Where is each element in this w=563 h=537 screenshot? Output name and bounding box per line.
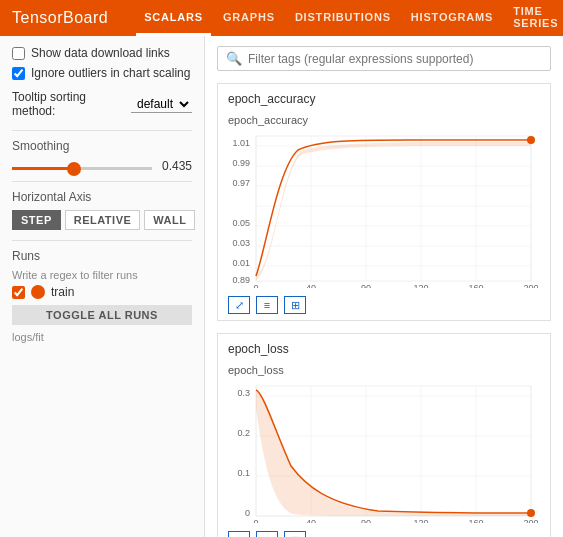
axis-wall-button[interactable]: WALL (144, 210, 195, 230)
svg-text:200: 200 (523, 518, 538, 523)
data-links-section: Show data download links Ignore outliers… (12, 46, 192, 80)
divider-2 (12, 181, 192, 182)
svg-text:0.05: 0.05 (232, 218, 250, 228)
svg-text:90: 90 (361, 518, 371, 523)
accuracy-expand-button[interactable]: ⤢ (228, 296, 250, 314)
smoothing-slider-wrapper (12, 159, 152, 173)
toggle-all-runs-button[interactable]: TOGGLE ALL RUNS (12, 305, 192, 325)
tooltip-row: Tooltip sorting method: default (12, 90, 192, 118)
nav-time-series[interactable]: TIME SERIES (505, 0, 563, 36)
divider-3 (12, 240, 192, 241)
svg-text:1.01: 1.01 (232, 138, 250, 148)
content-area: 🔍 epoch_accuracy epoch_accuracy 1.01 (205, 36, 563, 537)
svg-text:0.03: 0.03 (232, 238, 250, 248)
logs-label: logs/fit (12, 331, 192, 343)
accuracy-chart-actions: ⤢ ≡ ⊞ (218, 292, 550, 320)
axis-relative-button[interactable]: RELATIVE (65, 210, 141, 230)
tooltip-select[interactable]: default (131, 96, 192, 113)
loss-download-button[interactable]: ⊞ (284, 531, 306, 537)
ignore-outliers-row[interactable]: Ignore outliers in chart scaling (12, 66, 192, 80)
runs-label: Runs (12, 249, 192, 263)
svg-text:0.3: 0.3 (237, 388, 250, 398)
loss-chart-svg: 0.3 0.2 0.1 0 (228, 378, 538, 523)
run-train-label: train (51, 285, 74, 299)
svg-text:200: 200 (523, 283, 538, 288)
chart-epoch-accuracy: epoch_accuracy epoch_accuracy 1.01 0.99 … (217, 83, 551, 321)
svg-point-49 (527, 509, 535, 517)
svg-text:160: 160 (468, 518, 483, 523)
smoothing-value: 0.435 (160, 159, 192, 173)
search-icon: 🔍 (226, 51, 242, 66)
show-data-links-label: Show data download links (31, 46, 170, 60)
run-train-item: train (12, 285, 192, 299)
tooltip-label: Tooltip sorting method: (12, 90, 125, 118)
chart-accuracy-title: epoch_accuracy (218, 84, 550, 110)
loss-chart-actions: ⤢ ≡ ⊞ (218, 527, 550, 537)
loss-list-button[interactable]: ≡ (256, 531, 278, 537)
chart-accuracy-inner-title: epoch_accuracy (228, 114, 540, 126)
svg-text:0.97: 0.97 (232, 178, 250, 188)
axis-buttons-group: STEP RELATIVE WALL (12, 210, 192, 230)
accuracy-list-button[interactable]: ≡ (256, 296, 278, 314)
chart-loss-title: epoch_loss (218, 334, 550, 360)
sidebar: Show data download links Ignore outliers… (0, 36, 205, 537)
runs-filter-label: Write a regex to filter runs (12, 269, 192, 281)
svg-text:0.89: 0.89 (232, 275, 250, 285)
runs-section: Runs Write a regex to filter runs train … (12, 249, 192, 343)
accuracy-chart-svg: 1.01 0.99 0.97 0.05 0.03 0.01 0.89 (228, 128, 538, 288)
ignore-outliers-checkbox[interactable] (12, 67, 25, 80)
nav-scalars[interactable]: SCALARS (136, 0, 211, 36)
chart-accuracy-area: epoch_accuracy 1.01 0.99 0.97 0.05 0.03 (218, 110, 550, 292)
chart-loss-inner-title: epoch_loss (228, 364, 540, 376)
logo: TensorBoard (12, 9, 108, 27)
svg-text:0: 0 (253, 283, 258, 288)
filter-bar: 🔍 (217, 46, 551, 71)
nav-histograms[interactable]: HISTOGRAMS (403, 0, 501, 36)
show-data-links-row[interactable]: Show data download links (12, 46, 192, 60)
chart-epoch-loss: epoch_loss epoch_loss 0.3 0.2 0.1 0 (217, 333, 551, 537)
svg-text:40: 40 (306, 283, 316, 288)
axis-step-button[interactable]: STEP (12, 210, 61, 230)
svg-text:120: 120 (413, 518, 428, 523)
chart-loss-area: epoch_loss 0.3 0.2 0.1 0 (218, 360, 550, 527)
main-layout: Show data download links Ignore outliers… (0, 36, 563, 537)
accuracy-download-button[interactable]: ⊞ (284, 296, 306, 314)
loss-expand-button[interactable]: ⤢ (228, 531, 250, 537)
svg-text:0: 0 (245, 508, 250, 518)
ignore-outliers-label: Ignore outliers in chart scaling (31, 66, 190, 80)
svg-text:0.2: 0.2 (237, 428, 250, 438)
svg-text:90: 90 (361, 283, 371, 288)
svg-point-27 (527, 136, 535, 144)
smoothing-label: Smoothing (12, 139, 192, 153)
header: TensorBoard SCALARS GRAPHS DISTRIBUTIONS… (0, 0, 563, 36)
horizontal-axis-section: Horizontal Axis STEP RELATIVE WALL (12, 190, 192, 230)
smoothing-slider[interactable] (12, 167, 152, 170)
svg-text:160: 160 (468, 283, 483, 288)
filter-input[interactable] (248, 52, 542, 66)
nav-distributions[interactable]: DISTRIBUTIONS (287, 0, 399, 36)
run-color-dot (31, 285, 45, 299)
smoothing-row: 0.435 (12, 159, 192, 173)
divider-1 (12, 130, 192, 131)
h-axis-label: Horizontal Axis (12, 190, 192, 204)
run-train-checkbox[interactable] (12, 286, 25, 299)
show-data-links-checkbox[interactable] (12, 47, 25, 60)
svg-text:40: 40 (306, 518, 316, 523)
smoothing-section: Smoothing 0.435 (12, 139, 192, 173)
svg-text:0.01: 0.01 (232, 258, 250, 268)
svg-text:120: 120 (413, 283, 428, 288)
nav-graphs[interactable]: GRAPHS (215, 0, 283, 36)
nav-bar: SCALARS GRAPHS DISTRIBUTIONS HISTOGRAMS … (136, 0, 563, 36)
svg-text:0.1: 0.1 (237, 468, 250, 478)
svg-text:0: 0 (253, 518, 258, 523)
svg-text:0.99: 0.99 (232, 158, 250, 168)
